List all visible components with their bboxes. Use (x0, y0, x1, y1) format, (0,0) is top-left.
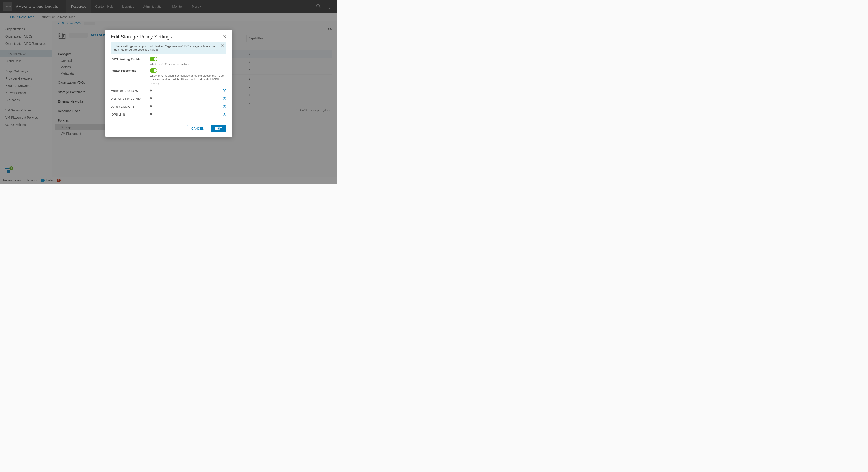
label-disk-iops-per-gb: Disk IOPS Per GB Max (111, 97, 150, 100)
toggle-impact-placement[interactable] (150, 68, 157, 72)
info-icon[interactable] (222, 112, 226, 117)
hint-impact-placement: Whether IOPS should be considered during… (150, 74, 226, 85)
label-default-disk-iops: Default Disk IOPS (111, 104, 150, 108)
input-max-disk-iops[interactable] (150, 88, 221, 93)
modal-title: Edit Storage Policy Settings (111, 34, 223, 40)
label-iops-limiting: IOPS Limiting Enabled (111, 57, 150, 61)
hint-iops-limiting: Whether IOPS limiting is enabled. (150, 62, 226, 66)
info-banner-text: These settings will apply to all childre… (114, 44, 216, 51)
modal-overlay[interactable]: Edit Storage Policy Settings These setti… (0, 0, 337, 184)
toggle-iops-limiting[interactable] (150, 57, 157, 61)
edit-storage-policy-modal: Edit Storage Policy Settings These setti… (105, 30, 232, 137)
close-icon[interactable] (223, 35, 226, 39)
edit-button[interactable]: EDIT (211, 125, 226, 132)
svg-point-27 (224, 113, 224, 114)
info-icon[interactable] (222, 97, 226, 101)
svg-point-21 (224, 97, 224, 98)
info-dismiss-icon[interactable] (221, 44, 224, 48)
input-default-disk-iops[interactable] (150, 104, 221, 109)
label-impact-placement: Impact Placement (111, 68, 150, 72)
input-disk-iops-per-gb[interactable] (150, 96, 221, 101)
info-icon[interactable] (222, 89, 226, 93)
label-iops-limit: IOPS Limit (111, 112, 150, 116)
input-iops-limit[interactable] (150, 112, 221, 117)
info-banner: These settings will apply to all childre… (111, 42, 226, 54)
info-icon[interactable] (222, 104, 226, 108)
cancel-button[interactable]: CANCEL (187, 125, 208, 132)
label-max-disk-iops: Maximum Disk IOPS (111, 89, 150, 92)
